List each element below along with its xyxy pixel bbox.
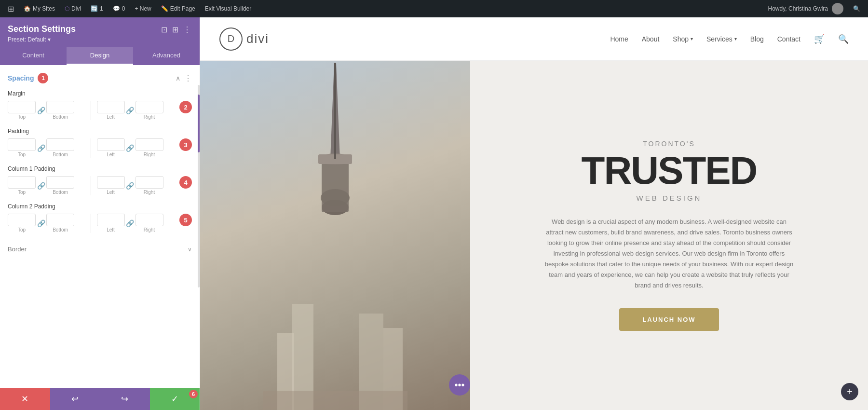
cart-icon[interactable]: 🛒	[814, 34, 825, 44]
padding-right-group: 0px Left 🔗 0px Right	[97, 138, 174, 157]
padding-left-input[interactable]: 0px	[97, 138, 125, 151]
undo-button[interactable]: ↩	[50, 388, 100, 410]
nav-about[interactable]: About	[642, 35, 660, 43]
nav-search-icon[interactable]: 🔍	[838, 34, 849, 44]
columns-icon[interactable]: ⊞	[171, 24, 179, 35]
col1-top-input[interactable]: 0px	[8, 176, 36, 189]
margin-left-input[interactable]: 0px	[97, 101, 125, 113]
comment-item[interactable]: 💬 0	[109, 0, 129, 17]
more-options-icon[interactable]: ⋮	[182, 24, 192, 35]
col1-top-col: 0px Top	[8, 176, 36, 195]
nav-blog[interactable]: Blog	[750, 35, 764, 43]
spacing-more-icon[interactable]: ⋮	[184, 74, 192, 83]
margin-step-badge: 2	[179, 101, 192, 113]
panel-preset[interactable]: Preset: Default ▾	[8, 36, 76, 43]
padding-left-col: 0px Left	[97, 138, 125, 157]
padding-top-col: 0px Top	[8, 138, 36, 157]
divi-item[interactable]: ⬡ Divi	[61, 0, 85, 17]
scroll-thumb	[198, 95, 200, 152]
padding-link-icon-left[interactable]: 🔗	[36, 141, 46, 155]
padding-right-input[interactable]: 0px	[136, 138, 163, 151]
col1-link-icon-left[interactable]: 🔗	[36, 179, 46, 192]
col2-right-input[interactable]: 0px	[136, 214, 163, 226]
border-header[interactable]: Border ∨	[8, 241, 192, 258]
col2-bottom-label: Bottom	[53, 227, 68, 232]
collapse-icon[interactable]: ∧	[176, 74, 180, 82]
nav-contact[interactable]: Contact	[777, 35, 800, 43]
divi-label: Divi	[71, 5, 81, 12]
cancel-button[interactable]: ✕	[0, 388, 50, 410]
comments-count-item[interactable]: 🔄 1	[87, 0, 107, 17]
nav-services[interactable]: Services ▾	[706, 35, 737, 43]
col2-step-badge: 5	[179, 214, 192, 226]
exit-builder-item[interactable]: Exit Visual Builder	[201, 0, 256, 17]
col2-right-col: 0px Right	[136, 214, 163, 232]
redo-icon: ↪	[121, 394, 128, 404]
col2-link-icon-left[interactable]: 🔗	[36, 217, 46, 230]
minimize-icon[interactable]: ⊡	[160, 24, 168, 35]
hero-title: TRUSTED	[582, 151, 757, 190]
margin-left-col: 0px Left	[97, 101, 125, 120]
svg-rect-3	[322, 159, 349, 212]
col2-top-input[interactable]: 0px	[8, 214, 36, 226]
logo-circle: D	[219, 27, 243, 51]
edit-page-label: Edit Page	[170, 5, 195, 12]
comment-count: 0	[122, 5, 125, 12]
col1-left-input[interactable]: 0px	[97, 176, 125, 189]
col2-left-group: 0px Top 🔗 0px Bottom	[8, 214, 85, 232]
panel-tabs: Content Design Advanced	[0, 47, 200, 65]
padding-bottom-col: 0px Bottom	[46, 138, 74, 157]
col2-left-label: Left	[107, 227, 115, 232]
tab-content[interactable]: Content	[0, 47, 67, 65]
col2-bottom-input[interactable]: 0px	[46, 214, 74, 226]
search-item[interactable]: 🔍	[849, 0, 864, 17]
left-panel: Section Settings Preset: Default ▾ ⊡ ⊞ ⋮…	[0, 17, 200, 410]
padding-top-input[interactable]: 0px	[8, 138, 36, 151]
col1-right-label: Right	[144, 190, 155, 195]
logo-letter: D	[228, 33, 234, 44]
nav-home[interactable]: Home	[610, 35, 628, 43]
col1-padding-block: Column 1 Padding 0px Top 🔗 0px Bottom	[8, 165, 192, 195]
shop-chevron-icon: ▾	[691, 36, 693, 41]
col1-bottom-input[interactable]: 0px	[46, 176, 74, 189]
margin-link-icon-right[interactable]: 🔗	[125, 104, 136, 117]
admin-bar-right: Howdy, Christina Gwira 🔍	[764, 0, 864, 17]
nav-shop[interactable]: Shop ▾	[673, 35, 693, 43]
services-chevron-icon: ▾	[734, 36, 737, 41]
hero-section: ••• TORONTO'S TRUSTED WEB DESIGN Web des…	[200, 61, 868, 410]
new-item[interactable]: + New	[131, 0, 155, 17]
hero-body: Web design is a crucial aspect of any mo…	[544, 217, 795, 291]
margin-block: Margin 0px Top 🔗 0px Bottom	[8, 90, 192, 120]
padding-left-group: 0px Top 🔗 0px Bottom	[8, 138, 85, 157]
add-section-button[interactable]: +	[841, 383, 858, 400]
comment-icon: 💬	[113, 5, 120, 12]
wp-icon: ⊞	[8, 4, 14, 14]
hero-cta-button[interactable]: LAUNCH NOW	[619, 308, 719, 331]
padding-bottom-input[interactable]: 0px	[46, 138, 74, 151]
save-button[interactable]: ✓ 6	[150, 388, 200, 410]
my-sites-item[interactable]: 🏠 My Sites	[20, 0, 59, 17]
col1-right-input[interactable]: 0px	[136, 176, 163, 189]
panel-header-top: Section Settings Preset: Default ▾ ⊡ ⊞ ⋮	[8, 24, 192, 43]
col2-link-icon-right[interactable]: 🔗	[125, 217, 136, 230]
padding-right-label: Right	[144, 152, 155, 157]
howdy-item[interactable]: Howdy, Christina Gwira	[764, 0, 847, 17]
col2-left-input[interactable]: 0px	[97, 214, 125, 226]
margin-top-input[interactable]: 0px	[8, 101, 36, 113]
margin-right-input[interactable]: 0px	[136, 101, 163, 113]
padding-link-icon-right[interactable]: 🔗	[125, 141, 136, 155]
tab-design[interactable]: Design	[67, 47, 133, 65]
wp-logo-item[interactable]: ⊞	[4, 0, 18, 17]
margin-link-icon-left[interactable]: 🔗	[36, 104, 46, 117]
col1-link-icon-right[interactable]: 🔗	[125, 179, 136, 192]
redo-button[interactable]: ↪	[100, 388, 150, 410]
margin-bottom-label: Bottom	[53, 114, 68, 120]
floating-dots-button[interactable]: •••	[449, 374, 470, 396]
edit-page-item[interactable]: ✏️ Edit Page	[157, 0, 199, 17]
padding-left-label: Left	[107, 152, 115, 157]
tab-advanced[interactable]: Advanced	[133, 47, 200, 65]
margin-bottom-input[interactable]: 0px	[46, 101, 74, 113]
col2-padding-block: Column 2 Padding 0px Top 🔗 0px Bottom	[8, 203, 192, 233]
margin-right-col: 0px Right	[136, 101, 163, 120]
col1-top-label: Top	[18, 190, 26, 195]
